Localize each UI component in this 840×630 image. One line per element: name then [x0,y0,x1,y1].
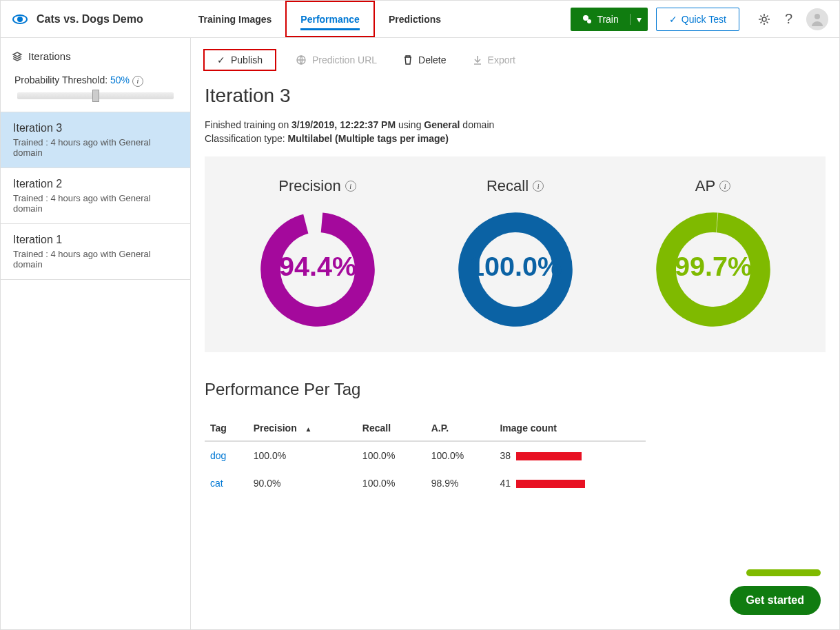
iteration-item-subtitle: Trained : 4 hours ago with General domai… [13,193,178,214]
finished-training-line: Finished training on 3/19/2019, 12:22:37… [205,119,826,130]
main-panel: ✓ Publish Prediction URL Delete Export [191,38,839,629]
nav-tabs: Training Images Performance Predictions [185,1,455,37]
cell-image-count: 41 [494,469,646,497]
col-tag[interactable]: Tag [205,416,248,441]
quick-test-button[interactable]: ✓ Quick Test [656,8,739,31]
svg-point-4 [762,17,766,21]
delete-label: Delete [418,54,446,65]
col-image-count[interactable]: Image count [494,416,646,441]
iteration-item[interactable]: Iteration 1 Trained : 4 hours ago with G… [1,223,190,280]
info-icon[interactable]: i [132,76,143,87]
layers-icon [12,51,23,62]
prediction-url-button[interactable]: Prediction URL [289,52,384,68]
col-ap[interactable]: A.P. [426,416,495,441]
tab-training-images[interactable]: Training Images [185,1,286,37]
check-icon: ✓ [669,14,677,25]
iteration-item[interactable]: Iteration 2 Trained : 4 hours ago with G… [1,167,190,223]
cell-ap: 98.9% [426,469,495,497]
info-icon[interactable]: i [345,181,356,192]
iteration-toolbar: ✓ Publish Prediction URL Delete Export [191,38,839,78]
sidebar-heading-text: Iterations [28,50,71,62]
info-icon[interactable]: i [719,181,730,192]
recall-label: Recall [486,177,529,195]
svg-point-3 [587,19,591,23]
cell-image-count: 38 [494,441,646,469]
count-bar [516,452,582,460]
col-precision[interactable]: Precision ▲ [248,416,357,441]
get-started-button[interactable]: Get started [730,586,821,615]
sidebar-heading: Iterations [1,38,190,70]
ap-donut-chart: 99.7% [651,207,775,332]
iteration-item-subtitle: Trained : 4 hours ago with General domai… [13,137,178,158]
avatar[interactable] [806,8,828,30]
precision-label: Precision [278,177,340,195]
app-header: Cats vs. Dogs Demo Training Images Perfo… [1,1,839,38]
publish-label: Publish [231,54,263,65]
slider-handle[interactable] [92,90,99,102]
iteration-title: Iteration 3 [205,85,826,107]
svg-point-5 [815,14,820,19]
train-label: Train [597,14,618,25]
gear-icon[interactable] [757,12,771,26]
train-dropdown[interactable]: ▾ [630,14,648,25]
classification-type-line: Classification type: Multilabel (Multipl… [205,133,826,144]
svg-text:99.7%: 99.7% [674,251,751,281]
cell-recall: 100.0% [357,441,426,469]
sidebar: Iterations Probability Threshold: 50% i … [1,38,191,629]
sort-caret-up-icon: ▲ [305,425,311,433]
publish-button[interactable]: ✓ Publish [203,49,276,71]
cell-recall: 100.0% [357,469,426,497]
globe-icon [296,54,307,65]
threshold-value: 50% [110,74,130,85]
count-bar [516,480,585,488]
svg-text:94.4%: 94.4% [278,251,356,281]
tab-performance[interactable]: Performance [285,1,375,37]
iteration-item-subtitle: Trained : 4 hours ago with General domai… [13,249,178,270]
check-icon: ✓ [217,54,225,65]
cell-ap: 100.0% [426,441,495,469]
threshold-label: Probability Threshold: [14,74,107,85]
delete-button[interactable]: Delete [396,52,453,68]
svg-text:100.0%: 100.0% [469,251,561,281]
performance-table: Tag Precision ▲ Recall A.P. Image count … [205,416,646,497]
project-title: Cats vs. Dogs Demo [37,13,143,26]
iteration-item-title: Iteration 1 [13,234,178,246]
svg-point-1 [18,17,22,21]
tag-link[interactable]: cat [210,478,223,489]
train-button[interactable]: Train ▾ [571,8,647,31]
quick-test-label: Quick Test [682,14,726,25]
svg-point-2 [583,15,588,21]
performance-per-tag-heading: Performance Per Tag [205,380,826,399]
probability-threshold: Probability Threshold: 50% i [1,70,190,112]
metric-ap: AP i 99.7% [651,177,775,332]
cell-precision: 90.0% [248,469,357,497]
info-icon[interactable]: i [533,181,544,192]
threshold-slider[interactable] [17,92,174,99]
ap-label: AP [695,177,715,195]
download-icon [473,54,482,65]
export-label: Export [488,54,515,65]
recall-donut-chart: 100.0% [453,207,577,332]
metric-precision: Precision i 94.4% [256,177,380,332]
help-icon[interactable]: ? [785,11,792,27]
tag-link[interactable]: dog [210,450,226,461]
precision-donut-chart: 94.4% [256,207,380,332]
col-recall[interactable]: Recall [357,416,426,441]
iteration-item-title: Iteration 2 [13,178,178,190]
metric-recall: Recall i 100.0% [453,177,577,332]
cell-precision: 100.0% [248,441,357,469]
prediction-url-label: Prediction URL [312,54,377,65]
iteration-item-title: Iteration 3 [13,122,178,134]
table-row: cat 90.0% 100.0% 98.9% 41 [205,469,646,497]
logo-eye-icon [12,11,28,28]
metrics-panel: Precision i 94.4% Recall i 100.0% AP i 9… [205,156,826,352]
tab-predictions[interactable]: Predictions [375,1,455,37]
export-button[interactable]: Export [466,52,522,68]
iteration-item[interactable]: Iteration 3 Trained : 4 hours ago with G… [1,112,190,167]
get-started-progress [746,569,821,576]
gears-icon [582,14,593,25]
trash-icon [403,54,413,65]
table-row: dog 100.0% 100.0% 100.0% 38 [205,441,646,469]
